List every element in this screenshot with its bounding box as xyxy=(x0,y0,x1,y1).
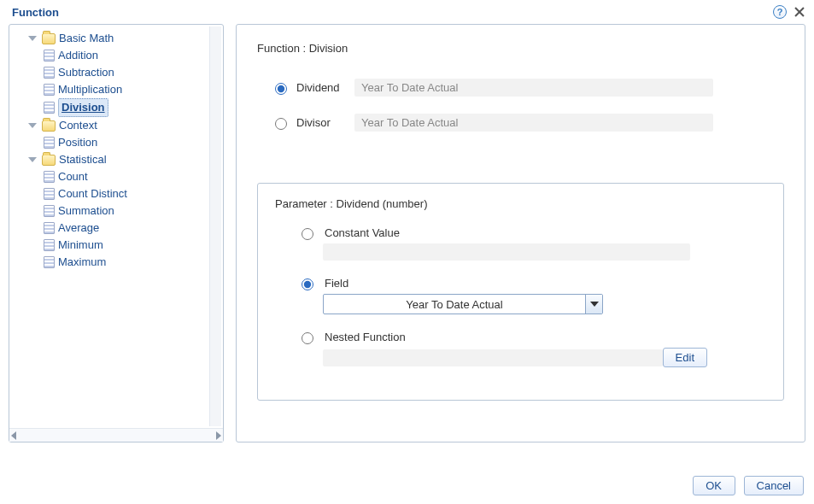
tree-item-label[interactable]: Addition xyxy=(58,47,98,64)
tree-item-label[interactable]: Count Distinct xyxy=(58,185,127,202)
tree-group-label[interactable]: Statistical xyxy=(59,151,107,168)
scrollbar-h[interactable] xyxy=(9,428,223,442)
radio-constant[interactable] xyxy=(302,228,313,240)
tree-item-position[interactable]: Position xyxy=(44,134,220,151)
constant-value-input[interactable] xyxy=(323,243,690,261)
scroll-right-icon[interactable] xyxy=(216,431,221,440)
function-icon xyxy=(44,205,55,217)
function-detail-panel: Function : Division Dividend Year To Dat… xyxy=(236,24,805,442)
option-label: Field xyxy=(325,277,348,290)
function-icon xyxy=(44,188,55,200)
tree-item-label[interactable]: Maximum xyxy=(58,254,106,271)
chevron-down-icon xyxy=(590,302,599,307)
tree-item-label[interactable]: Subtraction xyxy=(58,64,114,81)
function-icon xyxy=(44,84,55,96)
function-tree-panel: Basic Math Addition Subtraction Multipli… xyxy=(9,24,224,442)
folder-icon xyxy=(42,120,56,132)
radio-field[interactable] xyxy=(302,278,313,290)
tree-item-maximum[interactable]: Maximum xyxy=(44,254,220,271)
tree-item-addition[interactable]: Addition xyxy=(44,47,220,64)
function-param-divisor[interactable]: Divisor Year To Date Actual xyxy=(257,114,784,132)
tree-item-average[interactable]: Average xyxy=(44,220,220,237)
field-select-value: Year To Date Actual xyxy=(324,298,585,311)
param-label: Dividend xyxy=(296,81,348,94)
radio-nested[interactable] xyxy=(302,332,313,344)
option-field[interactable]: Field xyxy=(275,276,766,290)
tree-item-summation[interactable]: Summation xyxy=(44,202,220,220)
tree-item-label[interactable]: Average xyxy=(58,220,99,237)
function-icon xyxy=(44,239,55,251)
function-icon xyxy=(44,50,55,62)
tree-item-count[interactable]: Count xyxy=(44,168,220,185)
tree-item-multiplication[interactable]: Multiplication xyxy=(44,81,220,98)
function-tree: Basic Math Addition Subtraction Multipli… xyxy=(9,25,223,276)
chevron-down-icon[interactable] xyxy=(28,157,37,162)
ok-button[interactable]: OK xyxy=(693,476,735,495)
param-value: Year To Date Actual xyxy=(354,114,713,132)
tree-group-context[interactable]: Context xyxy=(28,117,220,134)
function-icon xyxy=(44,171,55,183)
scroll-left-icon[interactable] xyxy=(11,431,16,440)
dropdown-button[interactable] xyxy=(585,295,602,314)
tree-item-label[interactable]: Position xyxy=(58,134,97,151)
tree-item-label[interactable]: Multiplication xyxy=(58,81,122,98)
radio-divisor[interactable] xyxy=(275,118,287,130)
option-label: Nested Function xyxy=(325,331,406,343)
folder-icon xyxy=(42,33,56,44)
param-value: Year To Date Actual xyxy=(354,79,713,97)
function-icon xyxy=(44,222,55,234)
tree-item-label[interactable]: Minimum xyxy=(58,237,103,254)
tree-group-label[interactable]: Basic Math xyxy=(59,30,114,47)
dialog-title: Function xyxy=(9,6,773,19)
folder-icon xyxy=(42,155,56,166)
tree-item-subtraction[interactable]: Subtraction xyxy=(44,64,220,81)
radio-dividend[interactable] xyxy=(275,83,287,95)
tree-item-label[interactable]: Summation xyxy=(58,202,114,220)
tree-group-statistical[interactable]: Statistical xyxy=(28,151,220,168)
tree-item-label[interactable]: Division xyxy=(58,98,108,117)
cancel-button[interactable]: Cancel xyxy=(744,476,804,495)
edit-button[interactable]: Edit xyxy=(663,348,707,367)
function-icon xyxy=(44,67,55,79)
tree-group-label[interactable]: Context xyxy=(59,117,97,134)
nested-function-input[interactable] xyxy=(323,349,663,366)
function-icon xyxy=(44,137,55,149)
scrollbar-v[interactable] xyxy=(209,26,221,426)
parameter-editor: Parameter : Dividend (number) Constant V… xyxy=(257,183,784,401)
tree-group-basic-math[interactable]: Basic Math xyxy=(28,30,220,47)
help-icon[interactable]: ? xyxy=(773,5,787,19)
tree-item-division[interactable]: Division xyxy=(44,98,220,117)
tree-item-minimum[interactable]: Minimum xyxy=(44,237,220,254)
function-icon xyxy=(44,102,55,114)
chevron-down-icon[interactable] xyxy=(28,123,37,128)
parameter-heading: Parameter : Dividend (number) xyxy=(275,197,766,210)
option-label: Constant Value xyxy=(325,226,400,239)
field-select[interactable]: Year To Date Actual xyxy=(323,294,603,314)
param-label: Divisor xyxy=(296,116,348,129)
chevron-down-icon[interactable] xyxy=(28,36,37,41)
function-param-dividend[interactable]: Dividend Year To Date Actual xyxy=(257,79,784,97)
tree-item-count-distinct[interactable]: Count Distinct xyxy=(44,185,220,202)
function-icon xyxy=(44,256,55,268)
function-heading: Function : Division xyxy=(257,42,784,55)
tree-item-label[interactable]: Count xyxy=(58,168,88,185)
option-nested[interactable]: Nested Function xyxy=(275,330,766,344)
option-constant[interactable]: Constant Value xyxy=(275,226,766,240)
close-icon[interactable] xyxy=(794,6,805,18)
